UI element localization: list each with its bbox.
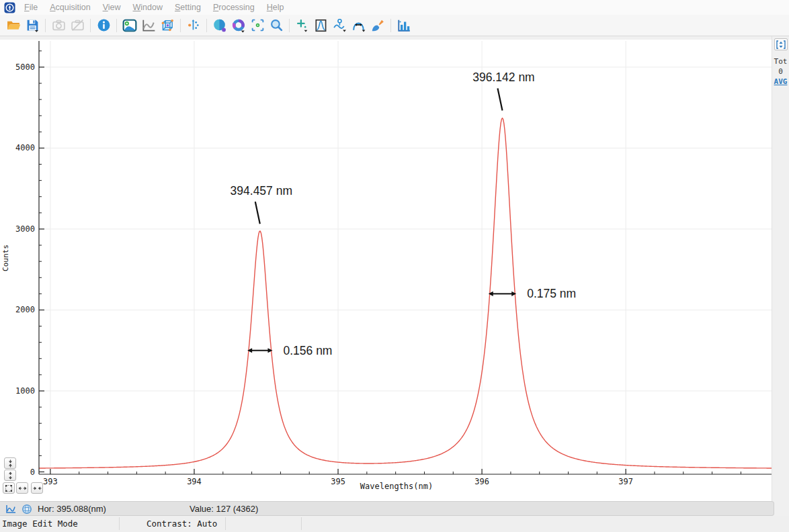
- peak-window-icon: [314, 18, 329, 33]
- zoom-button[interactable]: [267, 17, 285, 34]
- autoscale-icon: [776, 40, 786, 49]
- add-point-button[interactable]: [294, 17, 311, 34]
- toolbar-separator: [116, 19, 117, 32]
- menu-setting[interactable]: Setting: [169, 3, 207, 12]
- line-plot-button[interactable]: [140, 17, 157, 34]
- histogram-icon: [397, 18, 411, 33]
- camera-off-icon: [71, 18, 85, 32]
- svg-text:5000: 5000: [15, 62, 35, 72]
- hierarchy-button[interactable]: [185, 17, 202, 34]
- svg-text:394: 394: [187, 477, 202, 486]
- svg-text:3000: 3000: [15, 224, 35, 234]
- menu-file[interactable]: File: [18, 3, 44, 12]
- svg-text:396.142 nm: 396.142 nm: [472, 71, 534, 84]
- compress-horizontal-button[interactable]: [31, 482, 43, 494]
- contrast-label: Contrast: Auto: [147, 519, 217, 529]
- info-icon: [97, 18, 111, 32]
- hierarchy-icon: [187, 18, 201, 32]
- peak-marker-icon: [333, 17, 348, 33]
- camera-off-button[interactable]: [69, 17, 86, 34]
- open-folder-button[interactable]: [5, 17, 22, 34]
- sphere-icon: [212, 18, 227, 33]
- image-icon: [122, 18, 137, 33]
- cube-3d-icon: [160, 18, 175, 33]
- svg-text:393: 393: [43, 477, 58, 486]
- brush-button[interactable]: [369, 17, 386, 34]
- camera-button[interactable]: [50, 17, 67, 34]
- toolbar-separator: [90, 19, 91, 32]
- expand-horizontal-button[interactable]: [16, 482, 28, 494]
- menu-bar: FileAcquisitionViewWindowSettingProcessi…: [0, 0, 789, 15]
- fwhm-icon: [351, 17, 367, 33]
- peak-search-button[interactable]: [331, 17, 349, 34]
- svg-text:395: 395: [331, 477, 345, 486]
- camera-icon: [52, 18, 66, 32]
- color-wheel-icon: [231, 18, 246, 33]
- fit-view-button[interactable]: [3, 482, 15, 494]
- toolbar-separator: [45, 19, 46, 32]
- expand-vertical-button[interactable]: [4, 470, 16, 481]
- fwhm-measure-button[interactable]: [350, 17, 368, 34]
- toolbar-separator: [289, 19, 290, 32]
- app-logo-icon: [4, 2, 15, 13]
- open-folder-icon: [7, 18, 21, 32]
- menu-processing[interactable]: Processing: [207, 3, 261, 12]
- svg-text:Counts: Counts: [1, 245, 10, 271]
- toolbar: [0, 15, 789, 36]
- statusbar-divider: [301, 517, 302, 530]
- total-value: 0: [778, 67, 783, 76]
- menu-acquisition[interactable]: Acquisition: [44, 3, 96, 12]
- status-sphere-icon[interactable]: [22, 504, 32, 515]
- avg-link[interactable]: AVG: [774, 77, 788, 86]
- svg-text:397: 397: [618, 477, 633, 486]
- peak-window-button[interactable]: [313, 17, 330, 34]
- svg-text:0.156 nm: 0.156 nm: [283, 344, 332, 357]
- autoscale-button[interactable]: [774, 38, 788, 50]
- focus-icon: [251, 18, 265, 32]
- svg-text:0.175 nm: 0.175 nm: [527, 287, 576, 300]
- sphere-view-button[interactable]: [211, 17, 229, 34]
- svg-text:394.457 nm: 394.457 nm: [231, 184, 292, 197]
- histogram-button[interactable]: [395, 17, 413, 34]
- image-view-button[interactable]: [121, 17, 138, 34]
- cube-3d-button[interactable]: [159, 17, 176, 34]
- toolbar-separator: [206, 19, 207, 32]
- toolbar-separator: [180, 19, 181, 32]
- svg-text:4000: 4000: [15, 143, 35, 152]
- edit-mode-label: Image Edit Mode: [2, 519, 78, 529]
- toolbar-separator: [390, 19, 391, 32]
- svg-text:396: 396: [474, 477, 489, 486]
- expand-vertical-icon: [7, 472, 14, 480]
- menu-bar-items: FileAcquisitionViewWindowSettingProcessi…: [18, 3, 290, 12]
- save-button[interactable]: [24, 17, 41, 34]
- brush-icon: [370, 18, 385, 33]
- focus-region-button[interactable]: [249, 17, 266, 34]
- spectrum-plot[interactable]: 393394395396397010002000300040005000Wave…: [0, 36, 772, 501]
- status-bar: Hor: 395.088(nm) Value: 127 (4362): [0, 501, 789, 516]
- line-chart-icon: [141, 18, 156, 33]
- status-bar-2: Image Edit Mode Contrast: Auto: [0, 516, 789, 532]
- menu-view[interactable]: View: [97, 3, 127, 12]
- menu-help[interactable]: Help: [261, 3, 290, 12]
- color-wheel-button[interactable]: [230, 17, 247, 34]
- compress-vertical-button[interactable]: [4, 457, 16, 469]
- fit-view-icon: [5, 484, 13, 492]
- total-label: Tot: [774, 57, 788, 66]
- menu-window[interactable]: Window: [127, 3, 169, 12]
- save-icon: [26, 18, 40, 32]
- add-point-icon: [296, 18, 310, 32]
- svg-text:1000: 1000: [15, 386, 35, 396]
- expand-horizontal-icon: [18, 485, 27, 492]
- chart-area: 393394395396397010002000300040005000Wave…: [0, 36, 789, 501]
- compress-horizontal-icon: [33, 485, 42, 492]
- svg-text:0: 0: [30, 468, 35, 477]
- svg-text:Wavelengths(nm): Wavelengths(nm): [360, 482, 433, 491]
- cursor-value-readout: Value: 127 (4362): [190, 504, 258, 514]
- right-panel: Tot 0 AVG: [772, 36, 789, 501]
- svg-text:2000: 2000: [15, 305, 35, 314]
- status-line-chart-icon[interactable]: [5, 504, 16, 514]
- magnifier-icon: [269, 18, 284, 32]
- info-button[interactable]: [95, 17, 112, 34]
- statusbar-divider: [119, 517, 120, 530]
- statusbar-divider: [225, 517, 226, 530]
